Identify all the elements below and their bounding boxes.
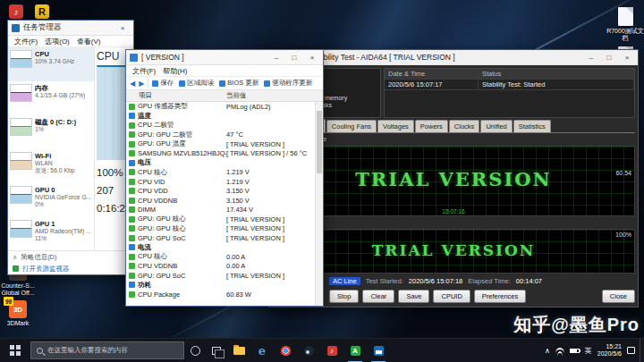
tray-expand-icon[interactable]: ∧ (545, 347, 550, 355)
sensor-row[interactable]: SAMSUNG MZVLB512HBJQ-... [ TRIAL VERSION… (126, 149, 323, 159)
sensor-row[interactable]: GPU 传感器类型 PMLog (ADL2) (126, 102, 323, 112)
maximize-icon[interactable]: □ (287, 54, 301, 62)
taskbar-task-manager[interactable] (367, 339, 390, 362)
graph-tab[interactable]: Clocks (449, 120, 480, 132)
sensor-row[interactable]: CPU Package 60.83 W (126, 290, 323, 299)
action-center-icon[interactable] (627, 347, 635, 354)
sensor-row[interactable]: CPU VDD 3.150 V (126, 187, 323, 197)
sensor-row[interactable]: 温度 (126, 112, 323, 122)
desktop-icon-3dmark[interactable]: 3D 99 3DMark (0, 300, 37, 327)
sensor-item-icon (129, 104, 135, 110)
taskbar-clock[interactable]: 15:21 2020/5/6 (597, 343, 622, 358)
sidebar-item[interactable]: Wi-Fi WLAN 发送: 56.0 Kbp (8, 149, 94, 183)
cpu-usage-graph: TRIAL VERSION 100% (272, 229, 635, 274)
aida64-top-section: Stress CPU Stress FPU Stress cache (272, 68, 635, 118)
sensor-row[interactable]: CPU VDDNB 0.00 A (126, 262, 323, 272)
music-icon: ♪ (327, 346, 337, 356)
sensor-row[interactable]: CPU VDDNB 3.150 V (126, 196, 323, 206)
minimize-icon[interactable]: – (269, 54, 284, 62)
show-desktop-button[interactable] (640, 339, 644, 362)
sidebar-item[interactable]: 内存 4.1/15.4 GB (27%) (8, 81, 94, 115)
sensor-row[interactable]: 功耗 (126, 281, 323, 290)
action-button[interactable]: Preferences (474, 290, 526, 303)
action-button[interactable]: Stop (329, 290, 359, 303)
sensor-row[interactable]: GPU: GPU 二极管 47 °C (126, 130, 323, 140)
test-status-bar: AC Line Test Started: 2020/5/6 15:07:18 … (329, 275, 635, 287)
search-box[interactable]: 在这里输入你要搜索的内容 (30, 341, 184, 359)
graph-tab[interactable]: Cooling Fans (326, 120, 377, 132)
sidebar-item[interactable]: 磁盘 0 (C: D:) 1% (8, 115, 94, 149)
taskbar-steam[interactable] (297, 339, 320, 362)
column-item: 项目 (126, 91, 226, 100)
fewer-details-toggle[interactable]: ∧ 简略信息(D) (8, 251, 133, 263)
mini-graph (10, 152, 32, 170)
sensor-row[interactable]: CPU 二极管 (126, 121, 323, 130)
sidebar-item[interactable]: CPU 10% 3.74 GHz (8, 47, 94, 81)
sensor-row[interactable]: 电流 (126, 243, 323, 253)
minimize-icon[interactable]: – (584, 54, 598, 62)
wifi-icon[interactable] (555, 348, 564, 353)
sensor-row[interactable]: GPU: GPU SoC [ TRIAL VERSION ] (126, 271, 323, 281)
menu-item[interactable]: 文件(F) (130, 66, 158, 76)
task-view-button[interactable] (206, 347, 227, 355)
toolbar-item[interactable]: 区域阅读 (179, 79, 214, 88)
close-icon[interactable]: × (620, 54, 634, 62)
taskbar-browser[interactable] (274, 339, 297, 362)
sensor-row[interactable]: GPU: GPU 核心 [ TRIAL VERSION ] (126, 215, 323, 224)
action-button[interactable]: Clear (362, 290, 394, 303)
toolbar-icon (152, 80, 158, 87)
sensor-item-icon (129, 188, 135, 194)
taskbar-aida64[interactable]: A (343, 339, 367, 362)
edge-icon: e (258, 344, 266, 358)
graph-tab[interactable]: Powers (415, 120, 448, 132)
maximize-icon[interactable]: □ (602, 54, 616, 62)
task-manager-body: CPU 10% 3.74 GHz 内存 4.1/15.4 GB (27%) (8, 47, 133, 250)
sensor-row[interactable]: GPU: GPU SoC [ TRIAL VERSION ] (126, 233, 323, 243)
sensor-item-icon (129, 160, 135, 166)
desktop-icon-rockstar[interactable]: R (23, 4, 61, 19)
sensor-row[interactable]: GPU: GPU 温度 [ TRIAL VERSION ] (126, 139, 323, 149)
menu-item[interactable]: 选项(O) (42, 37, 72, 46)
desktop-icon-r7000-doc[interactable]: R7000测试文档 (606, 7, 644, 42)
menu-item[interactable]: 查看(V) (74, 37, 104, 46)
sensor-row[interactable]: GPU: GPU 核心 [ TRIAL VERSION ] (126, 224, 323, 234)
close-icon[interactable]: × (115, 24, 130, 32)
action-button[interactable]: Save (398, 290, 429, 303)
sensor-row[interactable]: DIMM 17.434 V (126, 206, 323, 215)
sensor-row[interactable]: CPU VID 1.219 V (126, 177, 323, 187)
forward-icon[interactable]: ▶ (139, 80, 144, 88)
sensor-item-icon (129, 291, 135, 298)
sensor-row[interactable]: CPU 核心 0.00 A (126, 252, 323, 262)
cortana-button[interactable] (184, 346, 206, 356)
toolbar-item[interactable]: 保存 (152, 79, 174, 88)
graph-tab[interactable]: Statistics (513, 120, 551, 132)
scrollbar[interactable] (315, 102, 323, 306)
sensor-titlebar: [ VERSION ] – □ × (126, 50, 323, 65)
battery-icon[interactable] (570, 349, 580, 353)
action-button[interactable]: CPUID (433, 290, 470, 303)
graph-tab[interactable]: Unified (480, 120, 512, 132)
sensor-row[interactable]: CPU 核心 1.219 V (126, 168, 323, 178)
open-resource-monitor-link[interactable]: 打开资源监视器 (8, 263, 133, 274)
start-button[interactable] (0, 345, 30, 356)
desktop: ♪ R Counter-S... Global Off... 3D 99 3DM… (0, 0, 644, 362)
sensor-menubar: 文件(F)帮助(H) (126, 65, 323, 77)
sensor-row[interactable]: 电压 (126, 158, 323, 168)
menu-item[interactable]: 帮助(H) (160, 66, 190, 76)
ime-indicator[interactable]: 英 (585, 346, 592, 356)
taskbar-netease-music[interactable]: ♪ (320, 339, 343, 362)
toolbar-icon (219, 80, 225, 87)
graph-tab[interactable]: Voltages (377, 120, 414, 132)
sidebar-item[interactable]: GPU 0 NVIDIA GeForce G... 0% (8, 183, 94, 217)
taskbar-file-explorer[interactable] (227, 339, 250, 362)
menu-item[interactable]: 文件(F) (12, 37, 40, 46)
toolbar-item[interactable]: 驱动程序更新 (264, 79, 312, 88)
close-button[interactable]: Close (602, 290, 635, 303)
close-icon[interactable]: × (305, 54, 319, 62)
taskbar-edge[interactable]: e (250, 339, 274, 362)
back-icon[interactable]: ◀ (130, 80, 135, 88)
scrollbar-thumb[interactable] (317, 111, 322, 173)
task-manager-sidebar: CPU 10% 3.74 GHz 内存 4.1/15.4 GB (27%) (8, 47, 95, 250)
toolbar-item[interactable]: BIOS 更新 (219, 79, 258, 88)
sidebar-item[interactable]: GPU 1 AMD Radeon(TM) ... 11% (8, 217, 94, 250)
